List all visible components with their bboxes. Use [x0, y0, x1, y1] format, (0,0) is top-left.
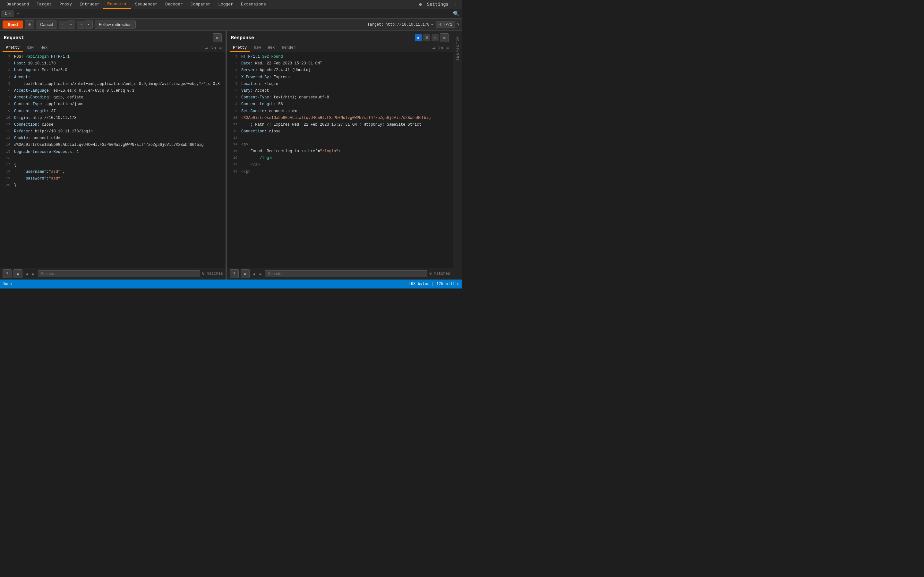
nav-comparer[interactable]: Comparer: [187, 0, 214, 9]
follow-redirect-button[interactable]: Follow redirection: [95, 21, 136, 29]
code-line: 13: [227, 135, 453, 141]
line-number: 18: [230, 169, 237, 175]
line-content: X-Powered-By: Express: [241, 74, 290, 81]
line-content: User-Agent: Mozilla/5.0: [14, 67, 67, 73]
nav-logger[interactable]: Logger: [214, 0, 237, 9]
response-view-btn-1[interactable]: ▦: [415, 34, 422, 41]
response-code-area[interactable]: 1HTTP/1.1 302 Found2Date: Wed, 22 Feb 20…: [227, 52, 453, 268]
response-tab-raw[interactable]: Raw: [250, 44, 264, 52]
line-number: 6: [230, 88, 237, 94]
next-dropdown[interactable]: ▾: [85, 21, 93, 29]
request-search-help-icon[interactable]: ?: [3, 269, 11, 278]
response-newline-icon[interactable]: \n: [437, 45, 445, 52]
request-search-settings-icon[interactable]: ⚙: [13, 269, 23, 278]
tab-search-icon[interactable]: 🔍: [452, 9, 461, 18]
cancel-button[interactable]: Cancel: [36, 21, 57, 29]
response-settings-icon[interactable]: ⚙: [440, 33, 449, 42]
target-url: http://10.10.11.178: [386, 23, 430, 27]
status-bar: Done 463 bytes | 125 millis: [0, 279, 462, 288]
settings-label[interactable]: Settings: [426, 1, 450, 8]
line-content: "password":"asdf": [14, 176, 63, 182]
code-line: 3Server: Apache/2.4.41 (Ubuntu): [227, 67, 453, 74]
request-list-icon[interactable]: ≡: [218, 45, 223, 52]
code-line: 14s%3Ap9irtrOse1Ga5p9GJALblalLqvU4CwHl.F…: [0, 142, 226, 148]
nav-decoder[interactable]: Decoder: [162, 0, 187, 9]
response-search-next[interactable]: ▸: [258, 271, 263, 277]
main-content: Request ⚙ Pretty Raw Hex ↵ \n ≡ 1POST /a…: [0, 31, 462, 279]
line-content: Accept-Language: es-ES,es;q=0.8,en-US;q=…: [14, 88, 134, 94]
request-newline-icon[interactable]: \n: [210, 45, 218, 52]
pencil-icon[interactable]: ✏: [431, 22, 433, 27]
request-tab-hex[interactable]: Hex: [37, 44, 51, 52]
response-wrap-icon[interactable]: ↵: [431, 44, 436, 52]
line-content: text/html,application/xhtml+xml,applicat…: [14, 81, 220, 87]
line-number: 17: [230, 162, 237, 168]
request-code-area[interactable]: 1POST /api/login HTTP/1.12Host: 10.10.11…: [0, 52, 226, 268]
code-line: 10s%3Ap9irtrOse1Ga5p9GJALblalLqvU4CwHl.F…: [227, 115, 453, 121]
line-number: 14: [230, 142, 237, 148]
nav-extensions[interactable]: Extensions: [237, 0, 270, 9]
nav-repeater[interactable]: Repeater: [103, 0, 131, 9]
response-search-input[interactable]: [265, 270, 427, 277]
inspector-sidebar: INSPECTOR: [453, 31, 462, 279]
http-version[interactable]: HTTP/1: [436, 21, 455, 28]
code-line: 16: [0, 155, 226, 162]
line-number: 1: [3, 54, 10, 60]
code-line: 9Set-Cookie: connect.sid=: [227, 108, 453, 115]
tab-1[interactable]: 1 ✕: [1, 10, 14, 17]
request-tab-raw[interactable]: Raw: [23, 44, 37, 52]
response-list-icon[interactable]: ≡: [445, 45, 450, 52]
line-number: 5: [230, 81, 237, 87]
request-header-right: ⚙: [213, 33, 222, 42]
request-settings-icon[interactable]: ⚙: [213, 33, 222, 42]
tab-add[interactable]: +: [15, 10, 21, 17]
help-icon[interactable]: ?: [457, 23, 459, 27]
nav-intruder[interactable]: Intruder: [76, 0, 103, 9]
response-search-matches: 0 matches: [429, 271, 450, 276]
settings-icon[interactable]: ⚙: [418, 1, 423, 8]
code-line: 17{: [0, 161, 226, 168]
send-button[interactable]: Send: [3, 21, 23, 29]
line-number: 3: [230, 67, 237, 73]
tab-close[interactable]: ✕: [9, 12, 11, 16]
request-tab-pretty[interactable]: Pretty: [3, 44, 23, 52]
response-panel: Response ▦ ☰ ▭ ⚙ Pretty Raw Hex Render ↵…: [227, 31, 453, 279]
line-content: Connection: close: [241, 129, 280, 135]
response-view-btn-2[interactable]: ☰: [423, 34, 430, 41]
response-view-btn-3[interactable]: ▭: [431, 34, 439, 41]
response-search-help-icon[interactable]: ?: [230, 269, 239, 278]
line-content: Content-Length: 56: [241, 101, 283, 107]
line-number: 13: [230, 135, 237, 141]
nav-sequencer[interactable]: Sequencer: [131, 0, 162, 9]
line-number: 5: [3, 81, 10, 87]
prev-dropdown[interactable]: ▾: [67, 21, 75, 29]
line-content: Host: 10.10.11.178: [14, 61, 56, 67]
response-tab-render[interactable]: Render: [278, 44, 299, 52]
request-search-prev[interactable]: ◂: [24, 271, 29, 277]
prev-button[interactable]: ‹: [59, 21, 67, 29]
code-line: 2Date: Wed, 22 Feb 2023 15:23:31 GMT: [227, 60, 453, 67]
nav-dashboard[interactable]: Dashboard: [3, 0, 33, 9]
line-content: Found. Redirecting to <a href="/login">: [241, 148, 341, 155]
response-search-prev[interactable]: ◂: [252, 271, 256, 277]
line-content: <p>: [241, 142, 248, 148]
code-line: 7Accept-Encoding: gzip, deflate: [0, 94, 226, 101]
request-search-next[interactable]: ▸: [31, 271, 36, 277]
line-number: 11: [3, 122, 10, 128]
line-content: Referer: http://10.10.11.178/login: [14, 129, 93, 135]
response-search-settings-icon[interactable]: ⚙: [241, 269, 250, 278]
nav-proxy[interactable]: Proxy: [55, 0, 76, 9]
code-line: 16 /login: [227, 155, 453, 161]
more-icon[interactable]: ⋮: [452, 1, 459, 8]
request-wrap-icon[interactable]: ↵: [204, 44, 209, 52]
response-tab-hex[interactable]: Hex: [265, 44, 278, 52]
request-search-input[interactable]: [38, 270, 200, 277]
nav-target[interactable]: Target: [33, 0, 55, 9]
line-number: 9: [3, 108, 10, 114]
request-header: Request ⚙: [0, 31, 226, 44]
next-button[interactable]: ›: [77, 21, 85, 29]
send-options-icon[interactable]: ⚙: [25, 20, 34, 29]
response-tab-pretty[interactable]: Pretty: [230, 44, 250, 52]
code-line: 15Upgrade-Insecure-Requests: 1: [0, 149, 226, 155]
line-content: Date: Wed, 22 Feb 2023 15:23:31 GMT: [241, 61, 322, 67]
